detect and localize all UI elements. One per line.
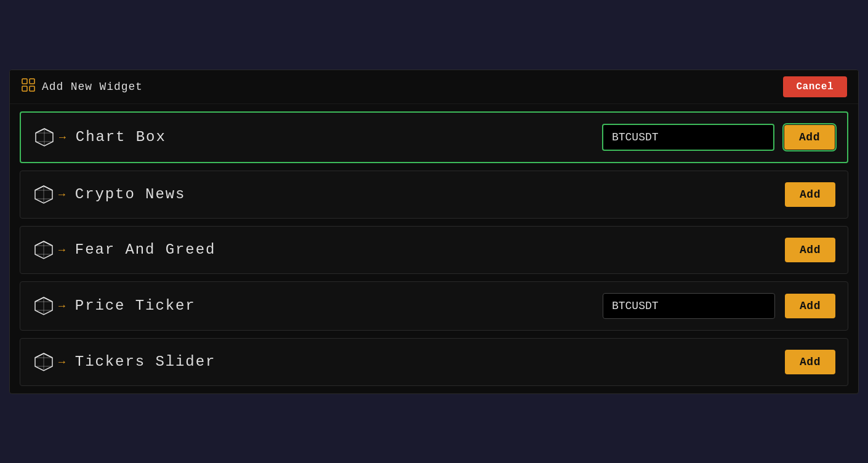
add-button-fear-and-greed[interactable]: Add — [785, 238, 835, 262]
add-button-crypto-news[interactable]: Add — [785, 182, 835, 207]
widget-header-icon — [21, 78, 36, 95]
arrow-icon-crypto-news: → — [58, 188, 65, 201]
modal-title: Add New Widget — [42, 81, 143, 93]
cancel-button[interactable]: Cancel — [783, 76, 848, 97]
arrow-icon-fear-and-greed: → — [58, 244, 65, 256]
widget-row-fear-and-greed: →Fear And GreedAdd — [20, 226, 848, 274]
svg-rect-0 — [22, 79, 27, 84]
box-icon-crypto-news — [33, 183, 55, 206]
add-button-chart-box[interactable]: Add — [784, 125, 835, 150]
widget-name-crypto-news: Crypto News — [75, 186, 775, 203]
box-icon-chart-box — [33, 126, 55, 148]
widget-icon-group-chart-box: → — [33, 126, 66, 148]
widget-icon-group-fear-and-greed: → — [33, 239, 65, 261]
add-button-tickers-slider[interactable]: Add — [785, 350, 835, 374]
widget-list: →Chart BoxAdd →Crypto NewsAdd →Fear And … — [10, 104, 858, 393]
box-icon-tickers-slider — [33, 351, 55, 373]
widget-row-chart-box: →Chart BoxAdd — [20, 111, 848, 163]
arrow-icon-price-ticker: → — [58, 300, 65, 312]
widget-icon-group-crypto-news: → — [33, 183, 65, 206]
widget-icon-group-price-ticker: → — [33, 295, 65, 317]
widget-input-chart-box[interactable] — [602, 124, 774, 151]
box-icon-price-ticker — [33, 295, 55, 317]
add-widget-modal: Add New Widget Cancel →Chart BoxAdd →Cry… — [9, 70, 859, 394]
modal-header: Add New Widget Cancel — [10, 70, 858, 104]
box-icon-fear-and-greed — [33, 239, 55, 261]
svg-rect-3 — [30, 86, 34, 91]
add-button-price-ticker[interactable]: Add — [785, 294, 835, 318]
svg-rect-2 — [22, 86, 27, 91]
widget-name-fear-and-greed: Fear And Greed — [75, 241, 775, 258]
widget-icon-group-tickers-slider: → — [33, 351, 65, 373]
widget-row-crypto-news: →Crypto NewsAdd — [20, 171, 848, 219]
arrow-icon-tickers-slider: → — [58, 356, 65, 368]
widget-name-price-ticker: Price Ticker — [75, 297, 593, 314]
arrow-icon-chart-box: → — [59, 131, 66, 143]
widget-name-chart-box: Chart Box — [76, 129, 592, 145]
widget-row-price-ticker: →Price TickerAdd — [20, 281, 848, 331]
widget-row-tickers-slider: →Tickers SliderAdd — [20, 338, 848, 386]
widget-name-tickers-slider: Tickers Slider — [75, 353, 775, 370]
svg-rect-1 — [30, 79, 34, 84]
header-left: Add New Widget — [21, 78, 143, 95]
widget-input-price-ticker[interactable] — [603, 293, 775, 319]
